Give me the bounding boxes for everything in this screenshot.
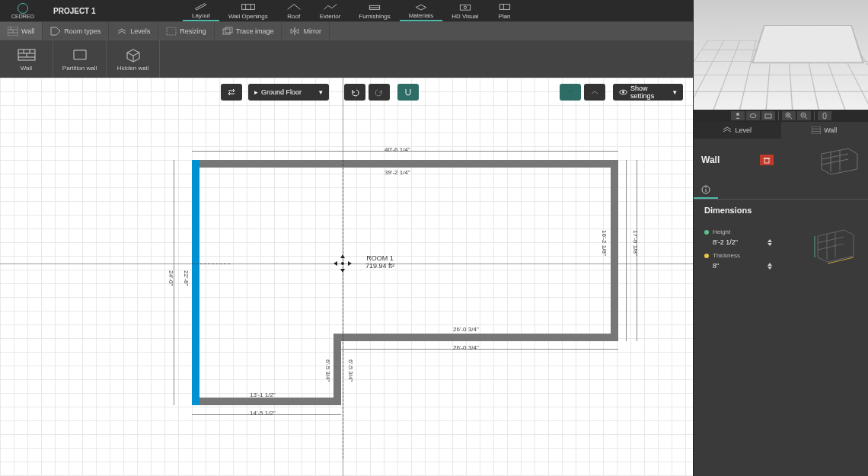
wall-step-vertical[interactable] [333, 334, 341, 405]
tab-layout[interactable]: Layout [183, 0, 219, 21]
svg-rect-32 [765, 114, 771, 118]
svg-point-6 [464, 6, 466, 8]
magnet-button[interactable] [397, 84, 419, 101]
svg-line-34 [790, 117, 792, 119]
height-value[interactable]: 8'-2 1/2" [713, 238, 772, 246]
eye-icon [619, 88, 627, 97]
subtab-trace-image[interactable]: Trace image [215, 22, 282, 40]
floor-dropdown[interactable]: ▸ Ground Floor ▾ [248, 84, 329, 101]
svg-point-28 [622, 91, 624, 94]
subtab-mirror[interactable]: Mirror [282, 22, 330, 40]
svg-line-38 [805, 117, 807, 119]
view3d-button[interactable] [560, 84, 581, 101]
wall-mid-bottom[interactable] [333, 334, 618, 341]
levels-icon [116, 27, 127, 36]
info-icon [701, 185, 710, 194]
wall-top[interactable] [192, 160, 618, 168]
dim-step-outer: 6'-5 3/4" [347, 359, 354, 382]
trace-icon [222, 27, 233, 36]
delete-button[interactable] [760, 155, 774, 165]
dimline-mid-out [341, 349, 618, 350]
guide-vertical [343, 160, 343, 458]
wall-brick-icon [18, 47, 36, 62]
subtab-wall[interactable]: Wall [0, 22, 43, 40]
tool-partition-wall[interactable]: Partition wall [53, 40, 107, 78]
move-handle[interactable] [333, 254, 353, 273]
svg-line-46 [822, 154, 848, 159]
svg-rect-5 [460, 5, 470, 10]
tab-materials[interactable]: Materials [400, 0, 442, 21]
camera-icon [458, 2, 473, 11]
svg-line-58 [828, 257, 854, 264]
mirror-icon [289, 27, 300, 36]
svg-rect-7 [499, 4, 509, 9]
swap-button[interactable] [221, 84, 242, 101]
guide-horizontal [192, 264, 230, 264]
exterior-icon [323, 2, 338, 11]
subtab-levels[interactable]: Levels [109, 22, 158, 40]
room-label: ROOM 1 719.94 ft² [365, 254, 394, 270]
tab-hd-visual[interactable]: HD Visual [442, 0, 487, 21]
svg-line-53 [818, 237, 844, 243]
level-icon [723, 126, 732, 134]
thickness-stepper[interactable] [767, 263, 772, 270]
properties-panel: Level Wall Wall Dimensions [693, 122, 868, 476]
svg-rect-41 [812, 126, 821, 134]
subtab-room-types[interactable]: Room types [43, 22, 109, 40]
app-logo[interactable]: CEDREO [0, 0, 46, 21]
svg-point-30 [736, 113, 739, 116]
dimensions-title: Dimensions [694, 200, 868, 221]
project-title: PROJECT 1 [46, 0, 152, 21]
tab-exterior[interactable]: Exterior [311, 0, 350, 21]
tool-hidden-wall[interactable]: Hidden wall [107, 40, 160, 78]
pv-camera-icon[interactable] [761, 111, 775, 120]
wall-bottom[interactable] [192, 398, 341, 405]
dim-mid-inner: 26'-0 3/4" [453, 326, 479, 333]
wall-dimensions-diagram [812, 227, 857, 265]
pv-zoom-in-icon[interactable] [782, 111, 796, 120]
info-tab[interactable] [694, 181, 718, 199]
dim-bottom-outer: 14'-5 1/2" [250, 410, 276, 417]
dim-mid-outer: 26'-0 3/4" [453, 344, 479, 351]
tab-wall-openings[interactable]: Wall Openings [219, 0, 277, 21]
wall-grid-icon [8, 27, 18, 36]
dimline-left-out [174, 160, 174, 405]
wall-right[interactable] [611, 160, 618, 341]
tag-icon [50, 27, 61, 36]
pv-person-icon[interactable] [731, 111, 745, 120]
pv-mouse-icon[interactable] [818, 111, 831, 120]
rtab-wall[interactable]: Wall [781, 122, 869, 139]
dimline-right-out [626, 160, 627, 341]
floor-plan-canvas[interactable]: ▸ Ground Floor ▾ Show settings ▾ 40'-6 1… [0, 78, 693, 476]
height-stepper[interactable] [767, 239, 772, 246]
svg-rect-19 [225, 27, 232, 33]
thickness-value[interactable]: 8" [713, 262, 772, 270]
svg-point-31 [750, 114, 756, 118]
pv-eye-icon[interactable] [746, 111, 760, 120]
trash-icon [763, 156, 771, 164]
dim-right-inner: 16'-2 1/8" [601, 230, 608, 256]
pv-zoom-out-icon[interactable] [797, 111, 811, 120]
partition-icon [71, 47, 89, 62]
redo-button[interactable] [369, 84, 390, 101]
tab-furnishings[interactable]: Furnishings [349, 0, 399, 21]
svg-rect-44 [764, 158, 769, 163]
tab-plan[interactable]: Plan [488, 0, 522, 21]
materials-icon [413, 2, 429, 11]
subtab-resizing[interactable]: Resizing [158, 22, 215, 40]
plan-icon [497, 2, 512, 11]
preview-3d[interactable] [693, 0, 868, 122]
show-settings-button[interactable]: Show settings ▾ [613, 84, 683, 101]
dim-right-outer: 17'-6 1/8" [632, 230, 639, 256]
view2d-button[interactable] [584, 84, 605, 101]
dim-bottom-inner: 13'-1 1/2" [250, 391, 276, 398]
wall-left-selected[interactable] [192, 160, 199, 405]
tab-roof[interactable]: Roof [277, 0, 311, 21]
svg-rect-40 [823, 113, 826, 119]
rtab-level[interactable]: Level [694, 122, 781, 139]
wall-diagram-icon [818, 145, 860, 175]
svg-rect-0 [242, 4, 255, 9]
pencil-icon [193, 2, 209, 11]
tool-wall[interactable]: Wall [0, 40, 53, 78]
undo-button[interactable] [344, 84, 365, 101]
